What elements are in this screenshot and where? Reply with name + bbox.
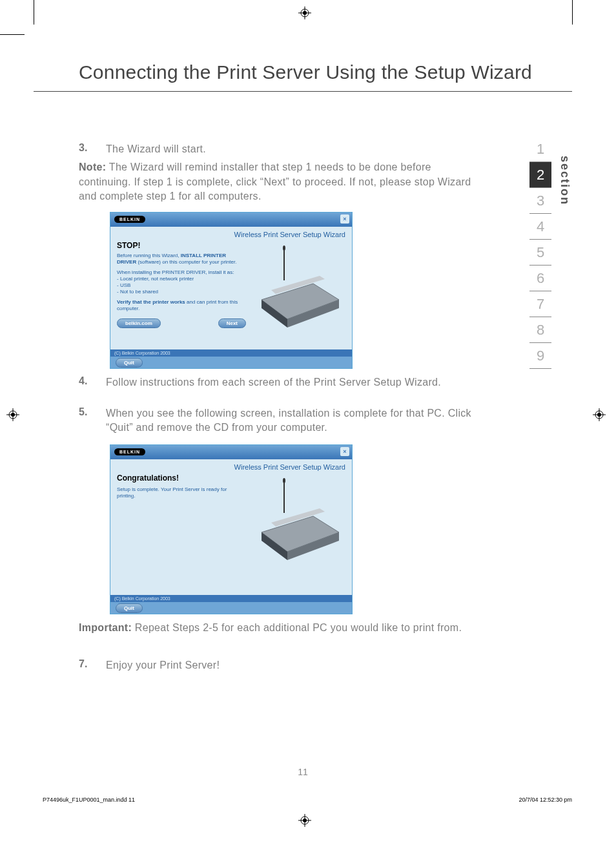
close-icon[interactable]: ×: [340, 447, 349, 456]
content-column: 3. The Wizard will start. Note: The Wiza…: [34, 92, 473, 673]
page: Connecting the Print Server Using the Se…: [34, 34, 572, 822]
step-number: 4.: [79, 375, 106, 390]
wizard-copyright: (C) Belkin Corporation 2003: [110, 595, 352, 602]
step-3: 3. The Wizard will start.: [79, 142, 473, 156]
print-footer: P74496uk_F1UP0001_man.indd 11 20/7/04 12…: [43, 797, 572, 803]
important-label: Important:: [79, 622, 132, 633]
wizard-titlebar: BELKIN ×: [110, 445, 352, 459]
wizard-text: Before running this Wizard, INSTALL PRIN…: [117, 253, 246, 266]
step-7: 7. Enjoy your Print Server!: [79, 658, 473, 672]
section-tab-5[interactable]: 5: [529, 240, 551, 266]
crop-mark: [572, 0, 573, 25]
print-server-device-icon: [249, 245, 345, 335]
important-paragraph: Important: Repeat Steps 2-5 for each add…: [79, 621, 473, 635]
section-tab-6[interactable]: 6: [529, 266, 551, 291]
wizard-footer: Quit: [110, 357, 352, 368]
crop-mark: [0, 34, 25, 35]
wizard-stop-heading: STOP!: [117, 241, 246, 250]
quit-button[interactable]: Quit: [116, 358, 143, 368]
svg-point-17: [283, 245, 285, 251]
wizard-text: When installing the PRINTER DRIVER, inst…: [117, 269, 246, 295]
footer-timestamp: 20/7/04 12:52:30 pm: [518, 797, 572, 803]
wizard-subtitle: Wireless Print Server Setup Wizard: [110, 459, 352, 474]
page-number: 11: [34, 767, 572, 777]
step-number: 7.: [79, 658, 106, 672]
close-icon[interactable]: ×: [340, 214, 349, 224]
print-server-device-icon: [249, 477, 345, 568]
wizard-text: Verify that the printer works and can pr…: [117, 299, 246, 312]
wizard-screenshot-stop: BELKIN × Wireless Print Server Setup Wiz…: [110, 212, 353, 369]
section-tabs: section 1 2 3 4 5 6 7 8 9: [529, 136, 572, 369]
registration-mark-icon: [298, 6, 311, 19]
belkin-logo: BELKIN: [114, 448, 145, 455]
next-button[interactable]: Next: [218, 318, 246, 328]
section-tab-9[interactable]: 9: [529, 343, 551, 369]
step-text: Follow instructions from each screen of …: [106, 375, 441, 390]
belkin-link-button[interactable]: belkin.com: [117, 318, 161, 328]
step-number: 5.: [79, 406, 106, 435]
note-paragraph: Note: The Wizard will remind installer t…: [79, 160, 473, 203]
page-title: Connecting the Print Server Using the Se…: [34, 34, 572, 92]
wizard-subtitle: Wireless Print Server Setup Wizard: [110, 227, 352, 241]
section-tab-4[interactable]: 4: [529, 214, 551, 240]
section-tab-3[interactable]: 3: [529, 188, 551, 214]
step-text: The Wizard will start.: [106, 142, 206, 156]
crop-mark: [34, 0, 34, 25]
wizard-footer: Quit: [110, 602, 352, 614]
footer-filename: P74496uk_F1UP0001_man.indd 11: [43, 797, 135, 803]
section-tab-2[interactable]: 2: [529, 162, 551, 188]
wizard-copyright: (C) Belkin Corporation 2003: [110, 349, 352, 357]
belkin-logo: BELKIN: [114, 216, 145, 223]
section-tab-7[interactable]: 7: [529, 291, 551, 317]
wizard-screenshot-congrats: BELKIN × Wireless Print Server Setup Wiz…: [110, 444, 353, 614]
svg-point-23: [283, 478, 285, 483]
step-text: Enjoy your Print Server!: [106, 658, 220, 672]
section-tab-1[interactable]: 1: [529, 136, 551, 162]
registration-mark-icon: [6, 408, 19, 421]
step-4: 4. Follow instructions from each screen …: [79, 375, 473, 390]
note-label: Note:: [79, 161, 106, 172]
wizard-button-row: belkin.com Next: [117, 316, 246, 331]
important-text: Repeat Steps 2-5 for each additional PC …: [132, 622, 462, 633]
note-text: The Wizard will remind installer that st…: [79, 161, 471, 202]
wizard-congrats-heading: Congratulations!: [117, 474, 246, 483]
section-label: section: [558, 156, 571, 205]
wizard-text: Setup is complete. Your Print Server is …: [117, 486, 246, 499]
step-text: When you see the following screen, insta…: [106, 406, 473, 435]
quit-button[interactable]: Quit: [116, 603, 143, 613]
section-tab-8[interactable]: 8: [529, 317, 551, 343]
step-5: 5. When you see the following screen, in…: [79, 406, 473, 435]
registration-mark-icon: [593, 408, 606, 421]
step-number: 3.: [79, 142, 106, 156]
wizard-titlebar: BELKIN ×: [110, 213, 352, 227]
